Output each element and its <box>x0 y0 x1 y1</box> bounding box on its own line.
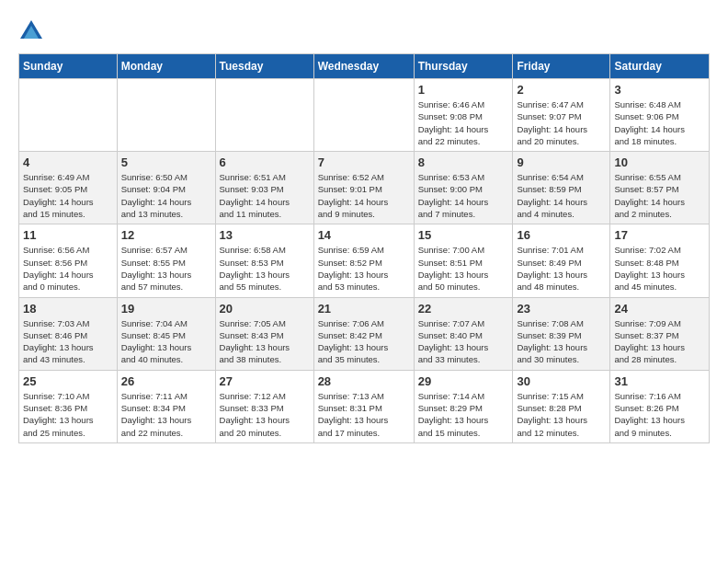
day-number: 4 <box>23 155 113 169</box>
calendar-cell: 6Sunrise: 6:51 AM Sunset: 9:03 PM Daylig… <box>215 152 313 224</box>
calendar-cell: 22Sunrise: 7:07 AM Sunset: 8:40 PM Dayli… <box>414 297 513 370</box>
calendar-cell: 26Sunrise: 7:11 AM Sunset: 8:34 PM Dayli… <box>117 370 215 442</box>
calendar-cell: 27Sunrise: 7:12 AM Sunset: 8:33 PM Dayli… <box>215 370 313 442</box>
calendar-cell: 14Sunrise: 6:59 AM Sunset: 8:52 PM Dayli… <box>313 224 414 297</box>
calendar-cell: 3Sunrise: 6:48 AM Sunset: 9:06 PM Daylig… <box>610 79 710 152</box>
calendar-cell: 12Sunrise: 6:57 AM Sunset: 8:55 PM Dayli… <box>117 224 215 297</box>
calendar-cell: 9Sunrise: 6:54 AM Sunset: 8:59 PM Daylig… <box>513 152 610 224</box>
day-info: Sunrise: 6:54 AM Sunset: 8:59 PM Dayligh… <box>517 171 606 220</box>
day-info: Sunrise: 6:48 AM Sunset: 9:06 PM Dayligh… <box>614 98 705 147</box>
calendar-cell <box>215 79 313 152</box>
weekday-header: Thursday <box>414 54 513 79</box>
weekday-header: Saturday <box>610 54 710 79</box>
calendar-cell: 24Sunrise: 7:09 AM Sunset: 8:37 PM Dayli… <box>610 297 710 370</box>
day-number: 21 <box>318 302 410 316</box>
day-info: Sunrise: 7:06 AM Sunset: 8:42 PM Dayligh… <box>318 317 410 366</box>
weekday-header: Wednesday <box>313 54 414 79</box>
day-number: 28 <box>318 374 410 388</box>
calendar-cell: 28Sunrise: 7:13 AM Sunset: 8:31 PM Dayli… <box>313 370 414 442</box>
day-number: 11 <box>23 228 113 242</box>
calendar-row: 4Sunrise: 6:49 AM Sunset: 9:05 PM Daylig… <box>19 152 710 224</box>
calendar-row: 18Sunrise: 7:03 AM Sunset: 8:46 PM Dayli… <box>19 297 710 370</box>
calendar-cell: 30Sunrise: 7:15 AM Sunset: 8:28 PM Dayli… <box>513 370 610 442</box>
day-number: 13 <box>220 228 310 242</box>
day-info: Sunrise: 6:59 AM Sunset: 8:52 PM Dayligh… <box>318 244 410 293</box>
calendar-cell: 10Sunrise: 6:55 AM Sunset: 8:57 PM Dayli… <box>610 152 710 224</box>
calendar-cell: 5Sunrise: 6:50 AM Sunset: 9:04 PM Daylig… <box>117 152 215 224</box>
day-number: 8 <box>418 155 509 169</box>
day-number: 12 <box>121 228 211 242</box>
calendar-row: 25Sunrise: 7:10 AM Sunset: 8:36 PM Dayli… <box>19 370 710 442</box>
day-info: Sunrise: 7:09 AM Sunset: 8:37 PM Dayligh… <box>614 317 705 366</box>
day-number: 16 <box>517 228 606 242</box>
weekday-header: Sunday <box>19 54 118 79</box>
calendar-cell: 1Sunrise: 6:46 AM Sunset: 9:08 PM Daylig… <box>414 79 513 152</box>
weekday-header: Tuesday <box>215 54 313 79</box>
day-info: Sunrise: 6:53 AM Sunset: 9:00 PM Dayligh… <box>418 171 509 220</box>
day-info: Sunrise: 7:15 AM Sunset: 8:28 PM Dayligh… <box>517 390 606 439</box>
day-info: Sunrise: 7:04 AM Sunset: 8:45 PM Dayligh… <box>121 317 211 366</box>
calendar-cell: 8Sunrise: 6:53 AM Sunset: 9:00 PM Daylig… <box>414 152 513 224</box>
calendar-cell <box>19 79 118 152</box>
day-number: 25 <box>23 374 113 388</box>
day-info: Sunrise: 6:57 AM Sunset: 8:55 PM Dayligh… <box>121 244 211 293</box>
calendar-cell: 11Sunrise: 6:56 AM Sunset: 8:56 PM Dayli… <box>19 224 118 297</box>
page-header <box>18 18 710 44</box>
calendar-cell: 4Sunrise: 6:49 AM Sunset: 9:05 PM Daylig… <box>19 152 118 224</box>
calendar-cell: 15Sunrise: 7:00 AM Sunset: 8:51 PM Dayli… <box>414 224 513 297</box>
calendar-cell: 17Sunrise: 7:02 AM Sunset: 8:48 PM Dayli… <box>610 224 710 297</box>
calendar-cell: 21Sunrise: 7:06 AM Sunset: 8:42 PM Dayli… <box>313 297 414 370</box>
calendar-header: SundayMondayTuesdayWednesdayThursdayFrid… <box>19 54 710 79</box>
day-number: 7 <box>318 155 410 169</box>
day-info: Sunrise: 6:58 AM Sunset: 8:53 PM Dayligh… <box>220 244 310 293</box>
day-number: 19 <box>121 302 211 316</box>
calendar-cell: 23Sunrise: 7:08 AM Sunset: 8:39 PM Dayli… <box>513 297 610 370</box>
day-number: 27 <box>220 374 310 388</box>
day-info: Sunrise: 6:47 AM Sunset: 9:07 PM Dayligh… <box>517 98 606 147</box>
day-info: Sunrise: 7:13 AM Sunset: 8:31 PM Dayligh… <box>318 390 410 439</box>
day-number: 15 <box>418 228 509 242</box>
day-info: Sunrise: 6:56 AM Sunset: 8:56 PM Dayligh… <box>23 244 113 293</box>
day-info: Sunrise: 6:52 AM Sunset: 9:01 PM Dayligh… <box>318 171 410 220</box>
logo-icon <box>18 18 44 44</box>
day-info: Sunrise: 6:55 AM Sunset: 8:57 PM Dayligh… <box>614 171 705 220</box>
calendar-cell: 20Sunrise: 7:05 AM Sunset: 8:43 PM Dayli… <box>215 297 313 370</box>
calendar-body: 1Sunrise: 6:46 AM Sunset: 9:08 PM Daylig… <box>19 79 710 443</box>
day-number: 3 <box>614 83 705 97</box>
day-info: Sunrise: 7:07 AM Sunset: 8:40 PM Dayligh… <box>418 317 509 366</box>
day-number: 14 <box>318 228 410 242</box>
calendar-cell <box>313 79 414 152</box>
weekday-header: Monday <box>117 54 215 79</box>
calendar-row: 11Sunrise: 6:56 AM Sunset: 8:56 PM Dayli… <box>19 224 710 297</box>
day-number: 20 <box>220 302 310 316</box>
day-number: 18 <box>23 302 113 316</box>
day-info: Sunrise: 6:51 AM Sunset: 9:03 PM Dayligh… <box>220 171 310 220</box>
day-number: 1 <box>418 83 509 97</box>
day-info: Sunrise: 6:49 AM Sunset: 9:05 PM Dayligh… <box>23 171 113 220</box>
day-info: Sunrise: 7:01 AM Sunset: 8:49 PM Dayligh… <box>517 244 606 293</box>
day-info: Sunrise: 7:03 AM Sunset: 8:46 PM Dayligh… <box>23 317 113 366</box>
day-info: Sunrise: 7:16 AM Sunset: 8:26 PM Dayligh… <box>614 390 705 439</box>
calendar-cell: 13Sunrise: 6:58 AM Sunset: 8:53 PM Dayli… <box>215 224 313 297</box>
day-number: 2 <box>517 83 606 97</box>
day-info: Sunrise: 7:11 AM Sunset: 8:34 PM Dayligh… <box>121 390 211 439</box>
calendar-cell: 18Sunrise: 7:03 AM Sunset: 8:46 PM Dayli… <box>19 297 118 370</box>
day-number: 5 <box>121 155 211 169</box>
day-number: 31 <box>614 374 705 388</box>
day-info: Sunrise: 7:10 AM Sunset: 8:36 PM Dayligh… <box>23 390 113 439</box>
day-number: 10 <box>614 155 705 169</box>
calendar-cell: 2Sunrise: 6:47 AM Sunset: 9:07 PM Daylig… <box>513 79 610 152</box>
calendar-cell <box>117 79 215 152</box>
day-number: 23 <box>517 302 606 316</box>
day-info: Sunrise: 6:46 AM Sunset: 9:08 PM Dayligh… <box>418 98 509 147</box>
day-number: 29 <box>418 374 509 388</box>
day-number: 22 <box>418 302 509 316</box>
calendar-cell: 31Sunrise: 7:16 AM Sunset: 8:26 PM Dayli… <box>610 370 710 442</box>
calendar-cell: 29Sunrise: 7:14 AM Sunset: 8:29 PM Dayli… <box>414 370 513 442</box>
day-number: 30 <box>517 374 606 388</box>
day-number: 6 <box>220 155 310 169</box>
day-info: Sunrise: 7:12 AM Sunset: 8:33 PM Dayligh… <box>220 390 310 439</box>
day-info: Sunrise: 7:05 AM Sunset: 8:43 PM Dayligh… <box>220 317 310 366</box>
day-number: 17 <box>614 228 705 242</box>
day-info: Sunrise: 7:02 AM Sunset: 8:48 PM Dayligh… <box>614 244 705 293</box>
